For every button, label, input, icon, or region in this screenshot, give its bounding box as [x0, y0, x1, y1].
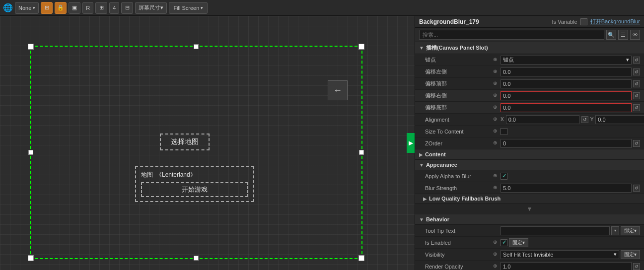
offset-right-icon: ⊕: [492, 92, 499, 99]
handle-br[interactable]: [358, 255, 364, 261]
visibility-row: Visibility ⊕ Self Hit Test Invisible ▾ 固…: [415, 249, 644, 261]
handle-tr[interactable]: [358, 44, 364, 50]
anchor-value: 锚点: [503, 56, 514, 64]
render-opacity-reset[interactable]: ↺: [633, 263, 640, 270]
screen-size-btn[interactable]: 屏幕尺寸▾: [135, 2, 167, 14]
offset-top-icon: ⊕: [492, 80, 499, 87]
low-quality-title: Low Quality Fallback Brush: [429, 196, 501, 202]
render-opacity-label: Render Opacity: [425, 264, 490, 270]
is-enabled-bind-btn[interactable]: 固定▾: [509, 238, 528, 247]
visibility-dropdown[interactable]: Self Hit Test Invisible ▾: [501, 250, 619, 259]
offset-right-row: 偏移右侧 ⊕ ↺: [415, 90, 644, 102]
canvas-grid: 选择地图 地图 《Lenterland》 开始游戏: [0, 16, 415, 270]
is-variable-label: Is Variable: [552, 19, 577, 25]
canvas-panel-slot-title: 插槽(Canvas Panel Slot): [426, 44, 488, 52]
alignment-y-input[interactable]: [595, 115, 644, 124]
handle-tl[interactable]: [28, 44, 34, 50]
low-quality-section-header[interactable]: ▶ Low Quality Fallback Brush: [415, 194, 644, 203]
handle-mid-left[interactable]: [28, 150, 33, 155]
content-section-title: Content: [425, 151, 446, 157]
content-section-header[interactable]: ▶ Content: [415, 149, 644, 160]
r-label: R: [86, 5, 90, 11]
visibility-icon: ⊕: [492, 251, 499, 258]
tooltip-value-container: ▾ 绑定▾: [501, 226, 640, 235]
eye-btn[interactable]: 👁: [630, 30, 640, 40]
apply-alpha-icon: ⊕: [492, 173, 499, 180]
tooltip-dropdown-btn[interactable]: ▾: [611, 226, 619, 235]
offset-left-value-container: ↺: [501, 68, 640, 76]
green-side-arrow[interactable]: ▶: [407, 133, 415, 153]
apply-alpha-checkbox[interactable]: [501, 173, 507, 180]
grid-num-btn[interactable]: 4: [109, 2, 119, 14]
is-enabled-checkbox[interactable]: [501, 239, 507, 246]
back-arrow-btn[interactable]: ←: [328, 80, 348, 100]
render-opacity-value-container: ↺: [501, 262, 640, 270]
layout-btn[interactable]: ▣: [69, 2, 80, 14]
r-btn[interactable]: R: [82, 2, 93, 14]
search-input[interactable]: [419, 30, 604, 40]
offset-top-reset[interactable]: ↺: [633, 80, 640, 87]
behavior-section-title: Behavior: [426, 216, 449, 222]
is-variable-checkbox[interactable]: [580, 18, 587, 25]
anchor-icon: ⊕: [492, 57, 499, 64]
is-enabled-label: Is Enabled: [425, 240, 490, 246]
alignment-x-input[interactable]: [506, 115, 579, 124]
handle-mid-right[interactable]: [359, 150, 364, 155]
search-icon-btn[interactable]: 🔍: [606, 30, 616, 40]
tooltip-input[interactable]: [501, 226, 610, 235]
panel-header: BackgroundBlur_179 Is Variable 打开Backgro…: [415, 16, 644, 28]
alignment-y-label: Y: [590, 117, 594, 122]
is-enabled-value-container: 固定▾: [501, 238, 640, 247]
start-btn[interactable]: 开始游戏: [141, 182, 248, 197]
blur-strength-reset[interactable]: ↺: [633, 185, 640, 192]
selection-box: 选择地图 地图 《Lenterland》 开始游戏: [30, 46, 362, 259]
tooltip-bind-label: 绑定▾: [624, 227, 637, 234]
zorder-reset[interactable]: ↺: [633, 140, 640, 147]
visibility-bind-btn[interactable]: 固定▾: [621, 250, 640, 259]
snap-btn[interactable]: ⊟: [121, 2, 133, 14]
offset-top-input[interactable]: [501, 79, 632, 88]
canvas-ui: 选择地图 地图 《Lenterland》 开始游戏: [61, 76, 393, 270]
offset-bottom-reset[interactable]: ↺: [633, 104, 640, 111]
zorder-input[interactable]: [501, 139, 632, 148]
behavior-section-header[interactable]: ▼ Behavior: [415, 214, 644, 225]
list-view-btn[interactable]: ☰: [618, 30, 628, 40]
anchor-label: 锚点: [425, 56, 490, 64]
grid-toggle-btn[interactable]: ⊞: [95, 2, 107, 14]
size-to-content-checkbox[interactable]: [501, 128, 507, 135]
alignment-x-reset[interactable]: ↺: [581, 116, 588, 123]
appearance-section-header[interactable]: ▼ Appearance: [415, 160, 644, 170]
offset-left-reset[interactable]: ↺: [633, 68, 640, 75]
open-link[interactable]: 打开BackgroundBlur: [590, 18, 640, 25]
fill-screen-btn[interactable]: Fill Screen ▾: [169, 2, 208, 14]
move-tool-btn[interactable]: ⊞: [41, 2, 53, 14]
handle-mid-bottom[interactable]: [194, 256, 199, 261]
none-dropdown-arrow: ▾: [33, 5, 35, 10]
blur-strength-icon: ⊕: [492, 185, 499, 192]
handle-bl[interactable]: [28, 255, 34, 261]
main-toolbar: 🌐 None ▾ ⊞ 🔒 ▣ R ⊞ 4 ⊟ 屏幕尺寸▾ Fill Screen…: [0, 0, 644, 16]
render-opacity-input[interactable]: [501, 262, 632, 270]
render-opacity-row: Render Opacity ⊕ ↺: [415, 261, 644, 270]
screen-size-label: 屏幕尺寸▾: [139, 4, 163, 11]
canvas-panel-slot-header[interactable]: ▼ 插槽(Canvas Panel Slot): [415, 42, 644, 54]
tooltip-bind-btn[interactable]: 绑定▾: [621, 226, 640, 235]
lock-btn[interactable]: 🔒: [55, 2, 67, 14]
offset-right-value-container: ↺: [501, 91, 640, 100]
handle-mid-top[interactable]: [194, 44, 199, 49]
none-dropdown[interactable]: None ▾: [15, 2, 39, 14]
anchor-dropdown[interactable]: 锚点 ▾: [501, 56, 632, 65]
is-enabled-row: Is Enabled ⊕ 固定▾: [415, 237, 644, 249]
offset-bottom-input[interactable]: [501, 103, 632, 112]
alignment-icon: ⊕: [492, 116, 499, 123]
blur-strength-input[interactable]: [501, 184, 632, 193]
visibility-dropdown-arrow: ▾: [614, 251, 617, 258]
zorder-row: ZOrder ⊕ ↺: [415, 137, 644, 149]
offset-left-input[interactable]: [501, 68, 632, 76]
offset-bottom-icon: ⊕: [492, 104, 499, 111]
offset-right-input[interactable]: [501, 91, 632, 100]
anchor-reset-btn[interactable]: ↺: [633, 57, 640, 64]
select-map-btn[interactable]: 选择地图: [160, 134, 210, 150]
size-to-content-row: Size To Content ⊕: [415, 126, 644, 137]
offset-right-reset[interactable]: ↺: [633, 92, 640, 99]
